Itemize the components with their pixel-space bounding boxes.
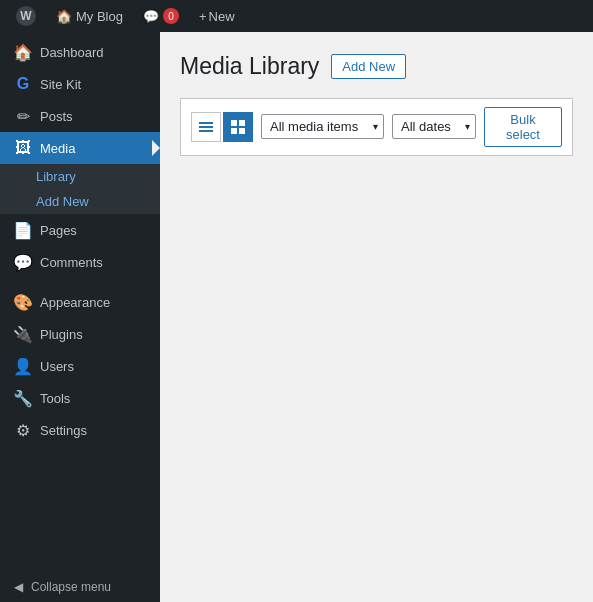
sidebar-label-pages: Pages <box>40 223 77 238</box>
add-new-button[interactable]: Add New <box>331 54 406 79</box>
view-toggle <box>191 112 253 142</box>
submenu-add-new[interactable]: Add New <box>0 189 160 214</box>
sidebar-label-posts: Posts <box>40 109 73 124</box>
sidebar-label-users: Users <box>40 359 74 374</box>
plus-icon: + <box>199 9 207 24</box>
sidebar-label-sitekit: Site Kit <box>40 77 81 92</box>
sidebar-item-appearance[interactable]: 🎨 Appearance <box>0 286 160 318</box>
posts-icon: ✏ <box>14 107 32 125</box>
site-name-item[interactable]: 🏠 My Blog <box>48 0 131 32</box>
list-view-icon <box>199 120 213 134</box>
comments-nav-icon: 💬 <box>14 253 32 271</box>
sidebar-label-comments: Comments <box>40 255 103 270</box>
sidebar-item-dashboard[interactable]: 🏠 Dashboard <box>0 36 160 68</box>
submenu-library[interactable]: Library <box>0 164 160 189</box>
wp-logo-item[interactable]: W <box>8 0 44 32</box>
date-filter-select[interactable]: All dates <box>392 114 476 139</box>
new-label: New <box>209 9 235 24</box>
sidebar-nav: 🏠 Dashboard G Site Kit ✏ Posts 🖼 Media L… <box>0 32 160 450</box>
comments-item[interactable]: 💬 0 <box>135 0 187 32</box>
collapse-icon: ◀ <box>14 580 23 594</box>
media-filter-wrapper: All media items ▾ <box>261 114 384 139</box>
main-content: Media Library Add New All media item <box>160 32 593 602</box>
sidebar-item-pages[interactable]: 📄 Pages <box>0 214 160 246</box>
comment-icon: 💬 <box>143 9 159 24</box>
new-content-item[interactable]: + New <box>191 0 243 32</box>
sidebar-label-settings: Settings <box>40 423 87 438</box>
sidebar-item-media[interactable]: 🖼 Media <box>0 132 160 164</box>
site-name: My Blog <box>76 9 123 24</box>
sidebar-item-settings[interactable]: ⚙ Settings <box>0 414 160 446</box>
users-icon: 👤 <box>14 357 32 375</box>
tools-icon: 🔧 <box>14 389 32 407</box>
media-toolbar: All media items ▾ All dates ▾ Bulk selec… <box>180 98 573 156</box>
page-title: Media Library <box>180 52 319 82</box>
sidebar-label-media: Media <box>40 141 75 156</box>
media-filter-select[interactable]: All media items <box>261 114 384 139</box>
grid-view-button[interactable] <box>223 112 253 142</box>
sidebar-label-plugins: Plugins <box>40 327 83 342</box>
sidebar-label-appearance: Appearance <box>40 295 110 310</box>
home-icon: 🏠 <box>56 9 72 24</box>
collapse-label: Collapse menu <box>31 580 111 594</box>
page-header: Media Library Add New <box>180 52 573 82</box>
bulk-select-button[interactable]: Bulk select <box>484 107 562 147</box>
date-filter-wrapper: All dates ▾ <box>392 114 476 139</box>
grid-view-icon <box>231 120 245 134</box>
sidebar-label-dashboard: Dashboard <box>40 45 104 60</box>
sitekit-icon: G <box>14 75 32 93</box>
sidebar-item-tools[interactable]: 🔧 Tools <box>0 382 160 414</box>
plugins-icon: 🔌 <box>14 325 32 343</box>
sidebar-item-comments[interactable]: 💬 Comments <box>0 246 160 278</box>
sidebar-item-posts[interactable]: ✏ Posts <box>0 100 160 132</box>
pages-icon: 📄 <box>14 221 32 239</box>
appearance-icon: 🎨 <box>14 293 32 311</box>
sidebar-item-plugins[interactable]: 🔌 Plugins <box>0 318 160 350</box>
sidebar: 🏠 Dashboard G Site Kit ✏ Posts 🖼 Media L… <box>0 32 160 602</box>
settings-icon: ⚙ <box>14 421 32 439</box>
sidebar-label-tools: Tools <box>40 391 70 406</box>
wp-logo: W <box>16 6 36 26</box>
admin-bar: W 🏠 My Blog 💬 0 + New <box>0 0 593 32</box>
list-view-button[interactable] <box>191 112 221 142</box>
dashboard-icon: 🏠 <box>14 43 32 61</box>
page-layout: 🏠 Dashboard G Site Kit ✏ Posts 🖼 Media L… <box>0 32 593 602</box>
sidebar-item-sitekit[interactable]: G Site Kit <box>0 68 160 100</box>
collapse-menu-button[interactable]: ◀ Collapse menu <box>0 572 160 602</box>
comments-badge: 0 <box>163 8 179 24</box>
media-icon: 🖼 <box>14 139 32 157</box>
media-submenu: Library Add New <box>0 164 160 214</box>
sidebar-item-users[interactable]: 👤 Users <box>0 350 160 382</box>
